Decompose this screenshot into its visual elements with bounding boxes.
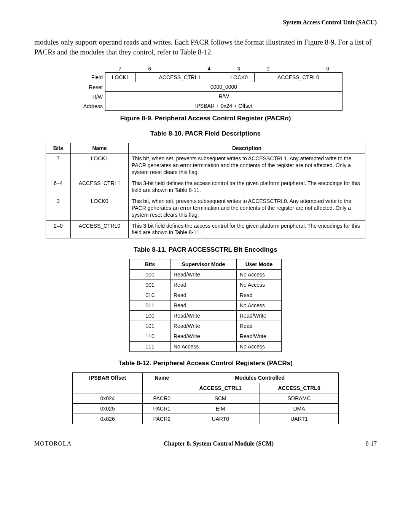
cell-ctrl1: UART0: [181, 414, 260, 424]
cell-supervisor: No Access: [170, 342, 237, 352]
cell-desc: This bit, when set, prevents subsequent …: [129, 196, 365, 220]
cell-user: No Access: [236, 270, 281, 280]
table-8-12: IPSBAR Offset Name Modules Controlled AC…: [72, 372, 339, 424]
cell-user: Read/Write: [236, 331, 281, 342]
table-row: 0x025PACR1EIMDMA: [73, 404, 339, 414]
table-8-10: Bits Name Description 7LOCK1This bit, wh…: [46, 143, 365, 238]
cell-ctrl0: UART1: [260, 414, 339, 424]
bit-number: 7: [105, 66, 135, 72]
cell-bits: 2–0: [46, 220, 71, 238]
cell-bits: 010: [130, 290, 170, 300]
col-sup: Supervisor Mode: [170, 259, 237, 270]
cell-bits: 111: [130, 342, 170, 352]
cell-supervisor: Read/Write: [170, 321, 237, 331]
cell-supervisor: Read/Write: [170, 270, 237, 280]
table-row: 001ReadNo Access: [130, 280, 282, 290]
cell-offset: 0x024: [73, 393, 143, 404]
cell-offset: 0x026: [73, 414, 143, 424]
address-value: IPSBAR + 0x24 + Offset: [105, 101, 342, 111]
cell-user: Read: [236, 290, 281, 300]
table-8-11-caption: Table 8-11. PACR ACCESSCTRL Bit Encoding…: [34, 246, 377, 254]
rw-value: R/W: [105, 92, 342, 101]
col-access-ctrl0: ACCESS_CTRL0: [260, 383, 339, 393]
col-desc: Description: [129, 143, 365, 153]
cell-desc: This bit, when set, prevents subsequent …: [129, 153, 365, 178]
cell-name: PACR0: [143, 393, 181, 404]
col-bits: Bits: [130, 259, 170, 270]
field-row-label: Field: [68, 72, 105, 82]
cell-supervisor: Read: [170, 290, 237, 300]
table-row: 000Read/WriteNo Access: [130, 270, 282, 280]
cell-name: ACCESS_CTRL0: [71, 220, 129, 238]
cell-user: No Access: [236, 342, 281, 352]
bit-number: [283, 66, 313, 72]
cell-ctrl1: SCM: [181, 393, 260, 404]
table-row: 7LOCK1This bit, when set, prevents subse…: [46, 153, 365, 178]
reset-row-label: Reset: [68, 82, 105, 92]
cell-desc: This 3-bit field defines the access cont…: [129, 220, 365, 238]
cell-name: ACCESS_CTRL1: [71, 178, 129, 196]
cell-user: No Access: [236, 300, 281, 311]
cell-name: PACR2: [143, 414, 181, 424]
table-row: 011ReadNo Access: [130, 300, 282, 311]
cell-ctrl0: SDRAMC: [260, 393, 339, 404]
bit-number: 2: [253, 66, 283, 72]
cell-supervisor: Read/Write: [170, 311, 237, 321]
cell-bits: 6–4: [46, 178, 71, 196]
reset-value: 0000_0000: [105, 82, 342, 92]
table-row: Bits Supervisor Mode User Mode: [130, 259, 282, 270]
cell-name: PACR1: [143, 404, 181, 414]
table-8-12-caption: Table 8-12. Peripheral Access Control Re…: [34, 359, 377, 367]
running-header: System Access Control Unit (SACU): [34, 19, 377, 26]
col-name: Name: [71, 143, 129, 153]
table-row: 010ReadRead: [130, 290, 282, 300]
cell-ctrl0: DMA: [260, 404, 339, 414]
body-paragraph: modules only support operand reads and w…: [34, 37, 377, 57]
table-8-10-caption: Table 8-10. PACR Field Descriptions: [34, 130, 377, 137]
cell-user: Read/Write: [236, 311, 281, 321]
cell-user: Read: [236, 321, 281, 331]
footer-page: 8-17: [366, 440, 377, 447]
cell-supervisor: Read/Write: [170, 331, 237, 342]
bit-number: [164, 66, 194, 72]
table-row: 2–0ACCESS_CTRL0This 3-bit field defines …: [46, 220, 365, 238]
cell-bits: 001: [130, 280, 170, 290]
cell-name: LOCK1: [71, 153, 129, 178]
figure-8-9-caption: Figure 8-9. Peripheral Access Control Re…: [34, 115, 377, 122]
bit-number: 3: [224, 66, 253, 72]
field-access-ctrl0: ACCESS_CTRL0: [255, 72, 342, 82]
cell-name: LOCK0: [71, 196, 129, 220]
col-modules: Modules Controlled: [181, 373, 339, 383]
page-footer: MOTOROLA Chapter 8. System Control Modul…: [34, 440, 377, 447]
cell-bits: 100: [130, 311, 170, 321]
table-row: IPSBAR Offset Name Modules Controlled: [73, 373, 339, 383]
table-row: 6–4ACCESS_CTRL1This 3-bit field defines …: [46, 178, 365, 196]
cell-ctrl1: EIM: [181, 404, 260, 414]
table-row: 110Read/WriteRead/Write: [130, 331, 282, 342]
bit-number: 4: [194, 66, 224, 72]
table-row: 111No AccessNo Access: [130, 342, 282, 352]
table-row: 3LOCK0This bit, when set, prevents subse…: [46, 196, 365, 220]
cell-bits: 7: [46, 153, 71, 178]
col-offset: IPSBAR Offset: [73, 373, 143, 393]
cell-bits: 011: [130, 300, 170, 311]
cell-offset: 0x025: [73, 404, 143, 414]
table-row: Bits Name Description: [46, 143, 365, 153]
figure-8-9-register-diagram: 7 6 4 3 2 0 Field LOCK1 ACCESS_CTRL1 LOC…: [68, 66, 342, 111]
cell-supervisor: Read: [170, 300, 237, 311]
table-row: 101Read/WriteRead: [130, 321, 282, 331]
col-name: Name: [143, 373, 181, 393]
footer-chapter: Chapter 8. System Control Module (SCM): [164, 440, 274, 447]
cell-bits: 101: [130, 321, 170, 331]
col-access-ctrl1: ACCESS_CTRL1: [181, 383, 260, 393]
cell-bits: 110: [130, 331, 170, 342]
bit-number: 6: [135, 66, 164, 72]
table-row: 0x024PACR0SCMSDRAMC: [73, 393, 339, 404]
footer-vendor: MOTOROLA: [34, 440, 72, 447]
field-access-ctrl1: ACCESS_CTRL1: [136, 72, 224, 82]
cell-user: No Access: [236, 280, 281, 290]
address-row-label: Address: [68, 101, 105, 111]
table-8-11: Bits Supervisor Mode User Mode 000Read/W…: [129, 259, 282, 352]
bit-number: 0: [313, 66, 342, 72]
rw-row-label: R/W: [68, 92, 105, 101]
